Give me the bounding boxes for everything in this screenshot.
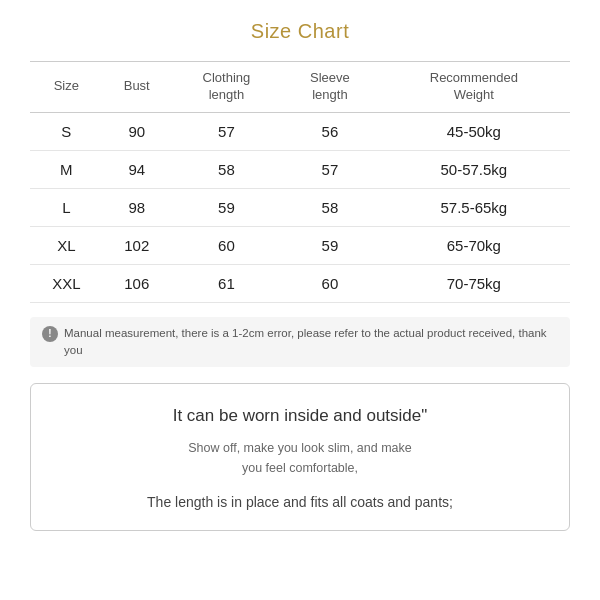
table-row: XL102605965-70kg — [30, 226, 570, 264]
table-cell-bust: 106 — [103, 264, 171, 302]
table-cell-bust: 98 — [103, 188, 171, 226]
table-cell-size: L — [30, 188, 103, 226]
table-cell-weight: 70-75kg — [378, 264, 570, 302]
table-cell-weight: 65-70kg — [378, 226, 570, 264]
size-table: Size Bust Clothinglength Sleevelength Re… — [30, 61, 570, 303]
table-cell-bust: 102 — [103, 226, 171, 264]
col-header-clothing-length: Clothinglength — [171, 62, 282, 113]
table-cell-sleeve_length: 56 — [282, 112, 378, 150]
table-cell-clothing_length: 61 — [171, 264, 282, 302]
table-cell-clothing_length: 57 — [171, 112, 282, 150]
page-title: Size Chart — [30, 20, 570, 43]
table-cell-clothing_length: 60 — [171, 226, 282, 264]
table-cell-clothing_length: 58 — [171, 150, 282, 188]
notice-box: ! Manual measurement, there is a 1-2cm e… — [30, 317, 570, 368]
table-row: L98595857.5-65kg — [30, 188, 570, 226]
notice-text: Manual measurement, there is a 1-2cm err… — [64, 325, 558, 360]
table-cell-size: XXL — [30, 264, 103, 302]
table-cell-sleeve_length: 60 — [282, 264, 378, 302]
table-cell-weight: 50-57.5kg — [378, 150, 570, 188]
table-cell-sleeve_length: 58 — [282, 188, 378, 226]
table-header-row: Size Bust Clothinglength Sleevelength Re… — [30, 62, 570, 113]
table-row: M94585750-57.5kg — [30, 150, 570, 188]
page-container: Size Chart Size Bust Clothinglength Slee… — [0, 0, 600, 600]
promo-sub: Show off, make you look slim, and makeyo… — [61, 438, 539, 478]
table-cell-bust: 94 — [103, 150, 171, 188]
table-cell-clothing_length: 59 — [171, 188, 282, 226]
col-header-sleeve-length: Sleevelength — [282, 62, 378, 113]
notice-icon: ! — [42, 326, 58, 342]
table-cell-size: M — [30, 150, 103, 188]
promo-headline: It can be worn inside and outside" — [61, 406, 539, 426]
table-cell-sleeve_length: 59 — [282, 226, 378, 264]
promo-footer: The length is in place and fits all coat… — [61, 494, 539, 510]
table-row: XXL106616070-75kg — [30, 264, 570, 302]
table-row: S90575645-50kg — [30, 112, 570, 150]
col-header-size: Size — [30, 62, 103, 113]
table-cell-size: S — [30, 112, 103, 150]
table-cell-size: XL — [30, 226, 103, 264]
col-header-bust: Bust — [103, 62, 171, 113]
promo-box: It can be worn inside and outside" Show … — [30, 383, 570, 531]
table-cell-sleeve_length: 57 — [282, 150, 378, 188]
table-cell-weight: 45-50kg — [378, 112, 570, 150]
table-cell-bust: 90 — [103, 112, 171, 150]
col-header-weight: RecommendedWeight — [378, 62, 570, 113]
table-cell-weight: 57.5-65kg — [378, 188, 570, 226]
